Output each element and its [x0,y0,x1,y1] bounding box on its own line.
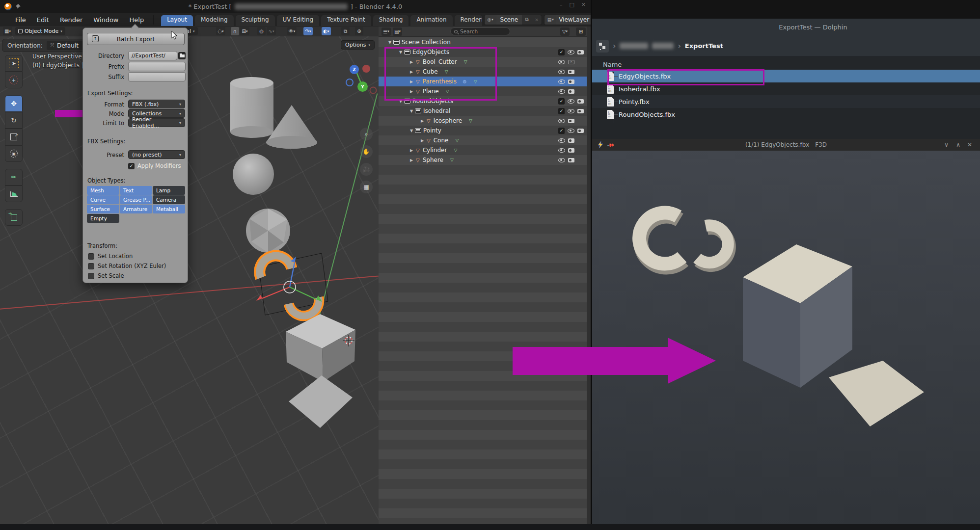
outliner-row[interactable]: ▶ ▽ Icosphere ▽ [379,116,587,126]
apply-modifiers-row[interactable]: ✓ Apply Modifiers [128,162,181,169]
hide-eye-icon[interactable] [568,129,574,133]
render-camera-icon[interactable] [568,70,574,74]
falloff-curve-icon[interactable]: ∿▾ [267,27,276,35]
folder-browse-icon[interactable] [178,52,186,59]
render-camera-icon[interactable] [568,119,574,123]
close-button[interactable]: ✕ [581,1,586,8]
prefix-input[interactable] [128,62,186,71]
transform-tool[interactable]: ▣ [5,145,23,162]
batch-export-header-button[interactable]: ↑ ▼ [153,15,154,25]
hide-eye-icon[interactable] [558,70,565,74]
collection-checkbox[interactable]: ✓ [558,49,565,55]
collection-checkbox[interactable]: ✓ [558,108,565,114]
render-camera-icon[interactable] [568,148,574,153]
scale-tool[interactable]: ↗ [5,129,23,145]
object-type-toggle[interactable]: Lamp [153,186,185,195]
workspace-tab[interactable]: Animation [410,15,452,26]
expand-down-icon[interactable]: ▼ [408,109,415,113]
outliner-editor-icon[interactable]: ☰▾ [381,27,391,36]
file-row[interactable]: Pointy.fbx [592,95,980,108]
menubar-item[interactable]: Help [124,15,150,25]
batch-export-button[interactable]: ↑ Batch Export [87,33,185,45]
places-icon[interactable] [596,40,609,53]
workspace-tab[interactable]: Texture Paint [321,15,371,26]
snap-magnet-icon[interactable]: ∩ [231,27,239,35]
minimize-button[interactable]: – [560,1,563,8]
collection-checkbox[interactable]: ✓ [558,128,565,134]
zoom-icon[interactable]: ⌕ [360,128,373,140]
overlays-toggle-icon[interactable]: ◐▾ [322,27,331,35]
object-type-toggle[interactable]: Empty [87,214,119,223]
name-column-header[interactable]: Name [603,61,622,68]
file-name[interactable]: RoundObjects.fbx [619,111,675,118]
transform-option-row[interactable]: Set Scale [88,271,193,281]
file-name[interactable]: Isohedral.fbx [619,85,660,93]
outliner-row[interactable]: ▼ Pointy ✓ [379,126,587,135]
directory-input[interactable]: //ExportTest/ [128,51,177,60]
object-type-toggle[interactable]: Surface [87,205,119,213]
render-camera-icon[interactable] [568,89,574,94]
suffix-input[interactable] [128,72,186,81]
rotate-tool[interactable]: ↻ [5,112,23,129]
outliner-search-input[interactable]: Search [450,27,510,35]
scene-selector[interactable]: ◎▾ Scene ⧉ ✕ [484,15,543,25]
camera-view-icon[interactable]: 🎥 [360,163,373,176]
outliner-item-name[interactable]: Isohedral [423,107,450,114]
expand-right-icon[interactable]: ▶ [419,119,426,123]
outliner-item-name[interactable]: Pointy [423,127,441,134]
snap-settings-icon[interactable]: ⊞▾ [240,27,249,35]
add-cube-tool[interactable]: + [5,209,23,226]
breadcrumb-current[interactable]: ExportTest [685,42,723,50]
outliner-item-name[interactable]: Cylinder [423,147,447,154]
render-camera-icon[interactable] [577,99,584,104]
outliner-row[interactable]: ▶ ▽ Sphere ▽ [379,155,587,165]
object-type-toggle[interactable]: Camera [153,195,185,204]
transform-checkbox[interactable] [88,253,94,260]
workspace-tab[interactable]: Rendering [455,15,482,26]
expand-right-icon[interactable]: ▶ [408,148,415,153]
filter-icon[interactable]: ▽▾ [560,27,570,36]
display-mode-icon[interactable]: ▤▾ [393,27,402,36]
outliner-item-name[interactable]: Sphere [423,157,443,163]
new-collection-icon[interactable]: ⊞ [576,27,586,36]
format-dropdown[interactable]: FBX (.fbx)▾ [128,100,185,108]
outliner-item-name[interactable]: Icosphere [434,117,462,124]
transform-option-row[interactable]: Set Location [88,251,193,261]
maximize-button[interactable]: □ [569,1,574,8]
menubar-item[interactable]: Window [88,15,124,25]
hide-eye-icon[interactable] [558,138,565,143]
hide-eye-icon[interactable] [568,50,574,54]
render-camera-icon[interactable] [577,109,584,113]
dolphin-titlebar[interactable]: ExportTest — Dolphin [592,19,980,35]
hide-eye-icon[interactable] [558,148,565,153]
workspace-tab[interactable]: Sculpting [236,15,275,26]
redacted-path-segment-2[interactable] [652,43,674,49]
hide-eye-icon[interactable] [558,119,565,123]
transform-checkbox[interactable] [88,273,94,279]
hide-eye-icon[interactable] [568,109,574,113]
annotate-tool[interactable]: ✎ [5,169,23,186]
f3d-minimize-icon[interactable]: ∨ [944,141,949,148]
render-camera-icon[interactable] [577,50,584,54]
workspace-tab[interactable]: Shading [373,15,409,26]
render-camera-icon[interactable] [568,158,574,162]
transform-option-row[interactable]: Set Rotation (XYZ Euler) [88,261,193,271]
hide-eye-icon[interactable] [568,99,574,104]
object-type-toggle[interactable]: Curve [87,195,119,204]
collection-checkbox[interactable]: ✓ [558,98,565,105]
f3d-titlebar[interactable]: 📌 (1/1) EdgyObjects.fbx - F3D ∨ ∧ ✕ [592,139,980,151]
workspace-tab[interactable]: UV Editing [277,15,320,26]
pivot-point-icon[interactable]: ◌▾ [216,27,225,35]
expand-down-icon[interactable]: ▼ [408,129,415,133]
render-camera-icon[interactable] [568,80,574,84]
file-name[interactable]: Pointy.fbx [619,98,650,106]
xray-toggle-icon[interactable]: ⧉ [341,27,350,35]
redacted-path-segment-1[interactable] [620,43,648,49]
gizmo-toggle-icon[interactable]: ↷▾ [303,27,313,35]
render-camera-icon[interactable] [577,129,584,133]
outliner-row[interactable]: ▼ Scene Collection [379,37,587,47]
f3d-preview[interactable] [592,151,980,524]
menubar-item[interactable]: Edit [31,15,54,25]
mode-dropdown[interactable]: Object Mode▾ [15,27,65,35]
file-row[interactable]: RoundObjects.fbx [592,108,980,121]
